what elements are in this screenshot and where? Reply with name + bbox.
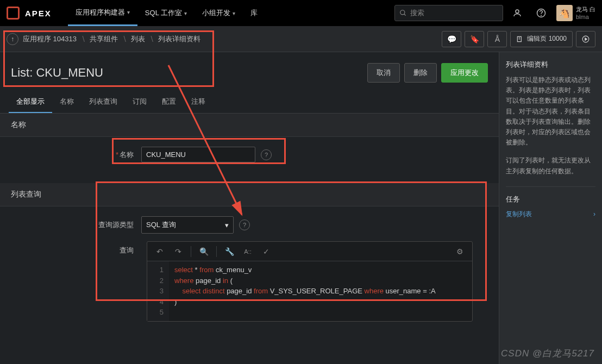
code-editor[interactable]: ↶ ↷ 🔍 🔧 A:: ✓ ⚙ 12345 select * from ck_m… (147, 241, 473, 322)
nav-sql-workshop[interactable]: SQL 工作室▾ (137, 0, 195, 26)
undo-icon[interactable]: ↶ (152, 244, 168, 259)
right-panel: 列表详细资料 列表可以是静态列表或动态列表。列表是静态列表时，列表可以包含任意数… (499, 52, 602, 364)
chevron-down-icon: ▾ (184, 10, 187, 16)
help-icon[interactable]: ? (261, 149, 272, 160)
bc-app[interactable]: 应用程序 104313 (23, 34, 77, 44)
chevron-right-icon: › (593, 210, 595, 218)
help-icon[interactable] (531, 3, 551, 23)
user-id: blma (576, 13, 595, 21)
right-title: 列表详细资料 (506, 60, 595, 70)
name-input[interactable] (141, 147, 255, 162)
nav-gallery[interactable]: 库 (243, 0, 265, 26)
autocomplete-icon[interactable]: A:: (240, 244, 256, 259)
query-label: 查询 (11, 241, 141, 255)
tab-show-all[interactable]: 全部显示 (9, 91, 52, 113)
chevron-down-icon: ▾ (127, 9, 130, 15)
source-type-select[interactable]: SQL 查询 ▾ (141, 216, 234, 234)
bc-current: 列表详细资料 (158, 34, 200, 44)
main-content: List: CKU_MENU 取消 删除 应用更改 全部显示 名称 列表查询 订… (0, 52, 499, 364)
breadcrumb: ↑ 应用程序 104313 ∖ 共享组件 ∖ 列表 ∖ 列表详细资料 (7, 33, 200, 45)
section-name-header: 名称 (0, 114, 499, 137)
svg-line-1 (404, 14, 406, 16)
svg-point-4 (541, 15, 542, 16)
user-name: 龙马 白 (576, 5, 595, 13)
bc-shared[interactable]: 共享组件 (90, 34, 118, 44)
topbar: APEX 应用程序构建器▾ SQL 工作室▾ 小组开发▾ 库 搜索 🐴 龙马 白… (0, 0, 602, 26)
code-lines[interactable]: select * from ck_menu_vwhere page_id in … (169, 261, 472, 321)
svg-marker-6 (585, 37, 587, 40)
chevron-down-icon: ▾ (233, 10, 235, 16)
page-title: List: CKU_MENU (11, 66, 103, 80)
chevron-down-icon: ▾ (225, 221, 229, 229)
name-label: *名称 (11, 150, 141, 160)
settings-icon[interactable]: ⚙ (451, 244, 468, 259)
search-placeholder: 搜索 (410, 8, 424, 18)
admin-icon[interactable] (507, 3, 527, 23)
redo-icon[interactable]: ↷ (170, 244, 186, 259)
up-icon[interactable]: ↑ (7, 33, 18, 45)
edit-page-button[interactable]: 编辑页 10000 (510, 31, 573, 47)
search-icon (399, 9, 407, 17)
avatar: 🐴 (556, 5, 573, 21)
section-query-header: 列表查询 (0, 183, 499, 206)
svg-point-2 (516, 10, 519, 13)
edit-icon (516, 35, 524, 43)
source-type-label: 查询源类型 (11, 220, 141, 230)
tab-comments[interactable]: 注释 (184, 91, 213, 113)
tab-subscription[interactable]: 订阅 (125, 91, 154, 113)
tab-list-query[interactable]: 列表查询 (81, 91, 125, 113)
svg-point-0 (400, 10, 405, 15)
apply-changes-button[interactable]: 应用更改 (441, 63, 488, 83)
right-desc2: 订阅了列表时，就无法更改从主列表复制的任何数据。 (506, 155, 595, 176)
nav-app-builder[interactable]: 应用程序构建器▾ (68, 0, 137, 26)
user-menu[interactable]: 🐴 龙马 白 blma (556, 5, 595, 21)
tasks-header: 任务 (506, 186, 595, 204)
comment-icon[interactable]: 💬 (442, 31, 461, 47)
watermark: CSDN @白龙马5217 (501, 347, 594, 360)
code-toolbar: ↶ ↷ 🔍 🔧 A:: ✓ ⚙ (147, 242, 472, 261)
validate-icon[interactable]: ✓ (258, 244, 274, 259)
tag-icon[interactable]: 🔖 (465, 31, 484, 47)
font-icon[interactable]: Å (487, 31, 507, 47)
search-input[interactable]: 搜索 (394, 5, 503, 21)
run-button[interactable] (576, 31, 595, 47)
logo-text: APEX (25, 9, 52, 18)
oracle-logo-icon (7, 7, 20, 20)
help-icon[interactable]: ? (239, 219, 250, 230)
search-icon[interactable]: 🔍 (196, 244, 212, 259)
tab-name[interactable]: 名称 (52, 91, 81, 113)
bc-lists[interactable]: 列表 (131, 34, 145, 44)
subheader: ↑ 应用程序 104313 ∖ 共享组件 ∖ 列表 ∖ 列表详细资料 💬 🔖 Å… (0, 26, 602, 52)
nav-team-dev[interactable]: 小组开发▾ (195, 0, 243, 26)
wrench-icon[interactable]: 🔧 (221, 244, 237, 259)
task-copy-list[interactable]: 复制列表 › (506, 210, 595, 219)
line-gutter: 12345 (147, 261, 169, 321)
delete-button[interactable]: 删除 (404, 63, 437, 83)
right-desc1: 列表可以是静态列表或动态列表。列表是静态列表时，列表可以包含任意数量的列表条目。… (506, 75, 595, 148)
tab-config[interactable]: 配置 (154, 91, 184, 113)
tabs: 全部显示 名称 列表查询 订阅 配置 注释 (0, 91, 499, 114)
cancel-button[interactable]: 取消 (367, 63, 400, 83)
